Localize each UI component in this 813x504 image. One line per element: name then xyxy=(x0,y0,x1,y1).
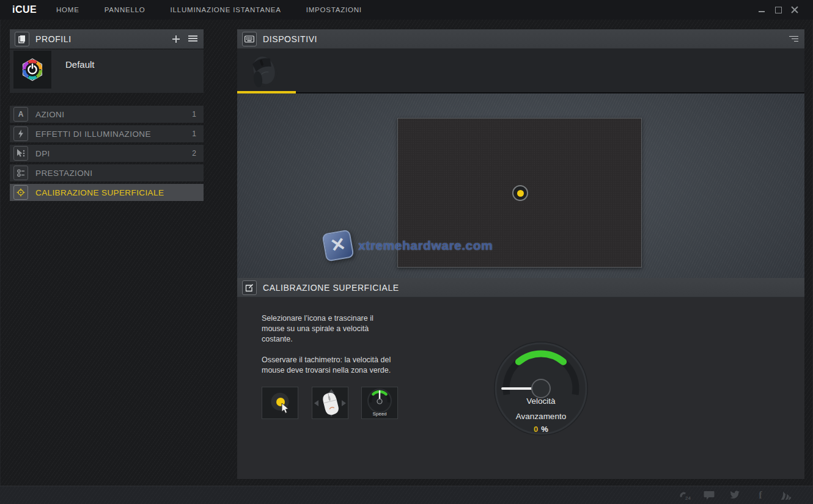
chat-icon[interactable] xyxy=(703,490,715,501)
devices-header: DISPOSITIVI xyxy=(237,29,804,49)
sidebar-menu: A AZIONI 1 EFFETTI DI ILLUMINAZIONE 1 xyxy=(10,106,204,201)
sort-icon[interactable] xyxy=(789,36,798,42)
item-count: 1 xyxy=(192,110,196,119)
device-tab-mouse[interactable] xyxy=(237,49,296,93)
sidebar-item-prestazioni[interactable]: PRESTAZIONI xyxy=(10,164,204,181)
speed-gauge-dial xyxy=(492,340,590,437)
cursor-icon xyxy=(281,403,290,414)
profiles-title: PROFILI xyxy=(35,34,72,44)
profile-avatar xyxy=(13,51,51,89)
sidebar-item-azioni[interactable]: A AZIONI 1 xyxy=(10,106,204,123)
calibration-drag-dot[interactable] xyxy=(512,185,528,201)
maximize-button[interactable] xyxy=(774,6,782,13)
lighting-icon xyxy=(13,126,28,141)
calibration-title: CALIBRAZIONE SUPERFICIALE xyxy=(263,283,399,293)
watermark-text: xtremehardware.com xyxy=(358,238,493,253)
menu-pannello[interactable]: PANNELLO xyxy=(105,6,145,13)
menu-impostazioni[interactable]: IMPOSTAZIONI xyxy=(306,6,362,13)
sidebar-item-dpi[interactable]: DPI 2 xyxy=(10,145,204,162)
profile-item-default[interactable]: Default xyxy=(10,49,204,93)
keyboard-icon xyxy=(242,32,257,46)
speed-gauge xyxy=(492,340,590,437)
dpi-icon xyxy=(13,146,28,161)
facebook-icon[interactable]: f xyxy=(754,490,767,501)
devices-title: DISPOSITIVI xyxy=(263,34,317,44)
footer-bar: 24 f xyxy=(0,486,813,504)
twitter-icon[interactable] xyxy=(729,490,741,501)
actions-icon: A xyxy=(13,107,28,122)
app-header: iCUE HOME PANNELLO ILLUMINAZIONE ISTANTA… xyxy=(0,0,813,20)
profiles-sidebar: PROFILI xyxy=(10,29,204,203)
icue-profile-logo-icon xyxy=(18,56,46,84)
watermark-logo: ✕ xyxy=(322,229,354,261)
arrow-right-icon xyxy=(342,400,346,406)
calibration-icon xyxy=(13,185,28,200)
mini-gauge-icon xyxy=(366,387,394,413)
white-mouse-icon xyxy=(321,392,340,416)
progress-value: 0 xyxy=(534,425,538,434)
calibration-area: ✕ xtremehardware.com xyxy=(237,93,804,278)
sidebar-item-effetti-di-illuminazione[interactable]: EFFETTI DI ILLUMINAZIONE 1 xyxy=(10,125,204,142)
progress-unit: % xyxy=(541,425,548,434)
icue-logo: iCUE xyxy=(0,4,56,15)
calibration-content: Selezionare l’icona e trascinare il mous… xyxy=(237,298,804,479)
minimize-button[interactable] xyxy=(758,6,765,13)
icue-window: iCUE HOME PANNELLO ILLUMINAZIONE ISTANTA… xyxy=(0,0,813,504)
sidebar-item-calibrazione-superficiale[interactable]: CALIBRAZIONE SUPERFICIALE xyxy=(10,184,204,201)
item-count: 1 xyxy=(192,130,196,138)
devices-panel: DISPOSITIVI xyxy=(237,29,804,477)
window-controls xyxy=(758,6,813,13)
menu-home[interactable]: HOME xyxy=(56,6,79,13)
instruction-select-icon: Selezionare l’icona e trascinare il mous… xyxy=(262,313,457,345)
item-count: 2 xyxy=(192,149,196,158)
main-menu: HOME PANNELLO ILLUMINAZIONE ISTANTANEA I… xyxy=(56,6,362,13)
calibration-section-header: CALIBRAZIONE SUPERFICIALE xyxy=(237,278,804,298)
gauge-label: Velocità xyxy=(492,396,590,406)
profiles-icon xyxy=(15,32,29,46)
progress-label: Avanzamento xyxy=(492,412,590,421)
watermark: ✕ xtremehardware.com xyxy=(324,232,493,260)
mini-gauge-label: Speed xyxy=(362,411,397,417)
demo-move-mouse xyxy=(312,387,348,419)
profile-name: Default xyxy=(65,59,95,70)
mouse-device-image xyxy=(242,51,286,89)
menu-illuminazione-istantanea[interactable]: ILLUMINAZIONE ISTANTANEA xyxy=(171,6,281,13)
arrow-left-icon xyxy=(314,400,318,406)
instruction-watch-gauge: Osservare il tachimetro: la velocità del… xyxy=(262,355,457,376)
edit-icon xyxy=(242,280,257,295)
gauge-hub xyxy=(532,379,550,398)
close-button[interactable] xyxy=(791,6,798,13)
profile-menu-icon[interactable] xyxy=(188,34,197,45)
demo-speed-gauge: Speed xyxy=(361,387,398,419)
corsair-logo-icon[interactable] xyxy=(780,490,792,501)
progress-value-row: 0% xyxy=(492,425,590,434)
support-24-icon[interactable]: 24 xyxy=(677,490,690,501)
device-tab-strip xyxy=(237,49,804,93)
add-profile-icon[interactable] xyxy=(172,35,180,43)
demo-drag-dot xyxy=(262,387,298,419)
profiles-header: PROFILI xyxy=(10,29,204,49)
performance-icon xyxy=(13,166,28,180)
